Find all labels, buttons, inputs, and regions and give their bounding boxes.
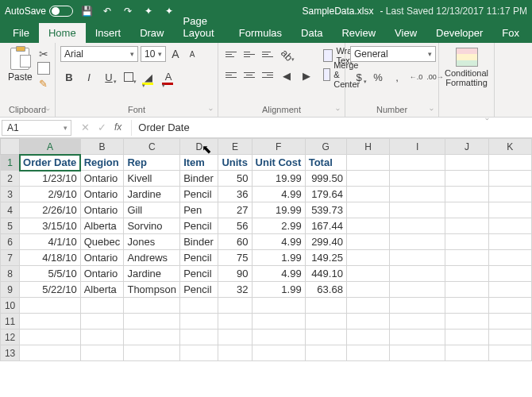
align-right-button[interactable]	[260, 67, 276, 83]
cell-H6[interactable]	[346, 234, 389, 250]
cell-K7[interactable]	[488, 250, 531, 266]
cell-J12[interactable]	[445, 330, 488, 345]
cell-H2[interactable]	[346, 171, 389, 187]
percent-format-button[interactable]: %	[369, 68, 387, 86]
cell-H12[interactable]	[346, 330, 389, 345]
decrease-indent-button[interactable]: ◀	[278, 67, 295, 84]
cell-B9[interactable]: Alberta	[80, 282, 124, 298]
tab-formulas[interactable]: Formulas	[229, 23, 291, 43]
cell-D5[interactable]: Pencil	[180, 218, 218, 234]
autosave-toggle[interactable]	[49, 6, 73, 17]
cell-C8[interactable]: Jardine	[124, 266, 180, 282]
cell-K1[interactable]	[488, 155, 531, 171]
align-left-button[interactable]	[223, 67, 239, 83]
row-header-4[interactable]: 4	[1, 202, 20, 218]
align-middle-button[interactable]	[241, 46, 257, 62]
cell-B7[interactable]: Ontario	[80, 250, 124, 266]
cell-I12[interactable]	[390, 330, 445, 345]
cell-I5[interactable]	[390, 218, 445, 234]
cell-B4[interactable]: Ontario	[80, 202, 124, 218]
cell-J11[interactable]	[445, 314, 488, 330]
number-format-combo[interactable]: General	[350, 46, 436, 62]
cell-E4[interactable]: 27	[218, 202, 252, 218]
column-header-D[interactable]: D	[180, 139, 218, 155]
cell-H8[interactable]	[346, 266, 389, 282]
align-center-button[interactable]	[241, 67, 257, 83]
font-size-combo[interactable]: 10	[141, 46, 166, 62]
row-header-6[interactable]: 6	[1, 234, 20, 250]
cell-E6[interactable]: 60	[218, 234, 252, 250]
cell-C2[interactable]: Kivell	[124, 171, 180, 187]
column-header-I[interactable]: I	[390, 139, 445, 155]
select-all-corner[interactable]	[1, 139, 20, 155]
undo-icon[interactable]: ↶	[102, 6, 113, 17]
cell-H4[interactable]	[346, 202, 389, 218]
cell-K10[interactable]	[488, 298, 531, 314]
cell-G5[interactable]: 167.44	[305, 218, 346, 234]
cell-B2[interactable]: Ontario	[80, 171, 124, 187]
cell-I13[interactable]	[390, 345, 445, 361]
cell-C5[interactable]: Sorvino	[124, 218, 180, 234]
cell-B5[interactable]: Alberta	[80, 218, 124, 234]
cell-K5[interactable]	[488, 218, 531, 234]
tab-file[interactable]: File	[3, 23, 39, 43]
font-name-combo[interactable]: Arial	[60, 46, 138, 62]
cell-H10[interactable]	[346, 298, 389, 314]
cell-D2[interactable]: Binder	[180, 171, 218, 187]
cell-H3[interactable]	[346, 187, 389, 202]
column-header-K[interactable]: K	[488, 139, 531, 155]
align-bottom-button[interactable]	[260, 46, 276, 62]
cell-G12[interactable]	[305, 330, 346, 345]
cell-D7[interactable]: Pencil	[180, 250, 218, 266]
name-box[interactable]: A1	[2, 120, 71, 136]
cell-J8[interactable]	[445, 266, 488, 282]
accounting-format-button[interactable]: $	[350, 68, 368, 86]
italic-button[interactable]: I	[80, 68, 98, 86]
cell-C13[interactable]	[124, 345, 180, 361]
cell-G2[interactable]: 999.50	[305, 171, 346, 187]
cell-F1[interactable]: Unit Cost	[252, 155, 305, 171]
cell-H5[interactable]	[346, 218, 389, 234]
decrease-font-button[interactable]: A	[185, 46, 199, 62]
cell-G4[interactable]: 539.73	[305, 202, 346, 218]
row-header-11[interactable]: 11	[1, 314, 20, 330]
cell-A5[interactable]: 3/15/10	[20, 218, 81, 234]
cell-C6[interactable]: Jones	[124, 234, 180, 250]
cell-A1[interactable]: Order Date	[20, 155, 81, 171]
cell-F3[interactable]: 4.99	[252, 187, 305, 202]
cell-H13[interactable]	[346, 345, 389, 361]
cell-E9[interactable]: 32	[218, 282, 252, 298]
cell-A11[interactable]	[20, 314, 81, 330]
conditional-formatting-button[interactable]: Conditional Formatting	[444, 46, 489, 87]
cell-K9[interactable]	[488, 282, 531, 298]
cell-A2[interactable]: 1/23/10	[20, 171, 81, 187]
cell-B1[interactable]: Region	[80, 155, 124, 171]
cell-H11[interactable]	[346, 314, 389, 330]
cell-J4[interactable]	[445, 202, 488, 218]
cell-D1[interactable]: Item	[180, 155, 218, 171]
cell-B12[interactable]	[80, 330, 124, 345]
cell-I3[interactable]	[390, 187, 445, 202]
row-header-9[interactable]: 9	[1, 282, 20, 298]
copy-icon[interactable]	[39, 64, 50, 75]
cell-J9[interactable]	[445, 282, 488, 298]
cell-B11[interactable]	[80, 314, 124, 330]
cell-A4[interactable]: 2/26/10	[20, 202, 81, 218]
cell-F13[interactable]	[252, 345, 305, 361]
cell-F11[interactable]	[252, 314, 305, 330]
border-button[interactable]	[120, 68, 137, 86]
decrease-decimal-button[interactable]: .00→	[426, 68, 444, 86]
cell-K2[interactable]	[488, 171, 531, 187]
underline-button[interactable]: U	[100, 68, 118, 86]
cell-J13[interactable]	[445, 345, 488, 361]
cell-D9[interactable]: Pencil	[180, 282, 218, 298]
cell-G3[interactable]: 179.64	[305, 187, 346, 202]
column-header-J[interactable]: J	[445, 139, 488, 155]
cell-B10[interactable]	[80, 298, 124, 314]
cell-G6[interactable]: 299.40	[305, 234, 346, 250]
cell-I4[interactable]	[390, 202, 445, 218]
row-header-2[interactable]: 2	[1, 171, 20, 187]
orientation-button[interactable]: ab	[278, 46, 295, 64]
tab-fox[interactable]: Fox	[492, 23, 529, 43]
cell-F6[interactable]: 4.99	[252, 234, 305, 250]
